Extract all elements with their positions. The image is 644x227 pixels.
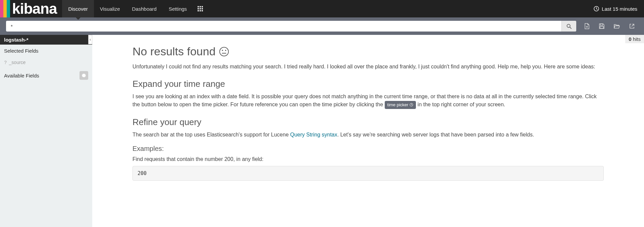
nav-discover[interactable]: Discover xyxy=(62,0,94,17)
nav-apps-icon[interactable] xyxy=(193,0,208,17)
nav-settings[interactable]: Settings xyxy=(163,0,193,17)
no-results-intro: Unfortunately I could not find any resul… xyxy=(132,63,604,71)
hits-counter: 0 hits xyxy=(625,35,644,43)
nav-links: Discover Visualize Dashboard Settings xyxy=(62,0,208,17)
time-picker-button[interactable]: Last 15 minutes xyxy=(587,0,644,17)
clock-icon xyxy=(594,6,599,11)
clock-icon xyxy=(410,103,413,107)
chevron-left-icon: ‹ xyxy=(90,37,91,42)
search-button[interactable] xyxy=(561,21,576,32)
folder-open-icon xyxy=(614,24,620,29)
svg-rect-14 xyxy=(600,24,603,25)
no-results-heading: No results found xyxy=(132,45,604,58)
save-icon xyxy=(599,23,604,29)
new-search-button[interactable] xyxy=(584,23,590,29)
search-icon xyxy=(567,24,572,29)
svg-rect-0 xyxy=(198,6,199,7)
expand-time-pre: I see you are looking at an index with a… xyxy=(132,94,597,107)
svg-rect-8 xyxy=(202,10,203,11)
selected-fields-heading: Selected Fields xyxy=(0,45,92,57)
svg-rect-2 xyxy=(202,6,203,7)
nav-visualize-label: Visualize xyxy=(100,6,120,12)
new-file-icon xyxy=(584,23,590,29)
external-link-icon xyxy=(629,23,635,29)
share-button[interactable] xyxy=(629,23,635,29)
expand-time-post: in the top right corner of your screen. xyxy=(418,102,505,107)
hits-label: hits xyxy=(633,36,641,42)
svg-point-19 xyxy=(222,50,223,51)
available-fields-heading: Available Fields xyxy=(0,68,92,83)
brand-logo[interactable]: kibana xyxy=(0,0,62,17)
body: logstash-* Selected Fields ? _source Ava… xyxy=(0,35,644,227)
query-string-syntax-link[interactable]: Query String syntax xyxy=(290,132,337,137)
svg-point-18 xyxy=(219,47,228,56)
svg-rect-15 xyxy=(600,26,603,29)
time-picker-badge-label: time picker xyxy=(387,102,409,108)
refine-query-heading: Refine your query xyxy=(132,117,604,127)
example1-label: Find requests that contain the number 20… xyxy=(132,155,604,163)
brand-text: kibana xyxy=(10,0,62,17)
nav-discover-label: Discover xyxy=(68,6,88,12)
field-settings-button[interactable] xyxy=(79,71,88,80)
query-input[interactable] xyxy=(6,21,561,32)
svg-point-20 xyxy=(225,50,226,51)
examples-heading: Examples: xyxy=(132,145,604,153)
available-fields-label: Available Fields xyxy=(4,73,39,78)
refine-query-text: The search bar at the top uses Elasticse… xyxy=(132,131,604,139)
field-item-source[interactable]: ? _source xyxy=(0,57,92,68)
nav-dashboard[interactable]: Dashboard xyxy=(126,0,163,17)
refine-query-pre: The search bar at the top uses Elasticse… xyxy=(132,132,290,137)
svg-rect-1 xyxy=(200,6,201,7)
nav-visualize[interactable]: Visualize xyxy=(94,0,126,17)
search-box xyxy=(6,21,576,32)
fields-sidebar: logstash-* Selected Fields ? _source Ava… xyxy=(0,35,92,227)
refine-query-post: . Let's say we're searching web server l… xyxy=(337,132,534,137)
top-navbar: kibana Discover Visualize Dashboard Sett… xyxy=(0,0,644,17)
svg-rect-7 xyxy=(200,10,201,11)
unknown-type-icon: ? xyxy=(4,60,7,65)
nav-dashboard-label: Dashboard xyxy=(132,6,157,12)
gear-icon xyxy=(82,73,86,78)
time-picker-inline-badge[interactable]: time picker xyxy=(385,101,416,109)
toolbar-actions xyxy=(581,23,638,29)
index-pattern-selector[interactable]: logstash-* xyxy=(0,35,92,45)
nav-settings-label: Settings xyxy=(169,6,187,12)
svg-rect-4 xyxy=(200,8,201,9)
save-search-button[interactable] xyxy=(599,23,604,29)
main-content: 0 hits No results found Unfortunately I … xyxy=(92,35,644,227)
no-results-title: No results found xyxy=(132,45,216,58)
svg-rect-3 xyxy=(198,8,199,9)
svg-rect-6 xyxy=(198,10,199,11)
time-picker-label: Last 15 minutes xyxy=(602,6,637,12)
svg-line-16 xyxy=(632,24,634,26)
svg-rect-5 xyxy=(202,8,203,9)
search-toolbar xyxy=(0,17,644,35)
field-item-label: _source xyxy=(9,60,26,65)
expand-time-text: I see you are looking at an index with a… xyxy=(132,93,604,109)
logo-stripes xyxy=(0,0,10,17)
example1-code: 200 xyxy=(132,166,604,181)
expand-time-heading: Expand your time range xyxy=(132,79,604,89)
open-search-button[interactable] xyxy=(614,23,620,29)
hits-count: 0 xyxy=(629,36,631,42)
sidebar-collapse-button[interactable]: ‹ xyxy=(88,35,92,44)
svg-line-11 xyxy=(570,27,571,28)
meh-face-icon xyxy=(219,47,229,57)
